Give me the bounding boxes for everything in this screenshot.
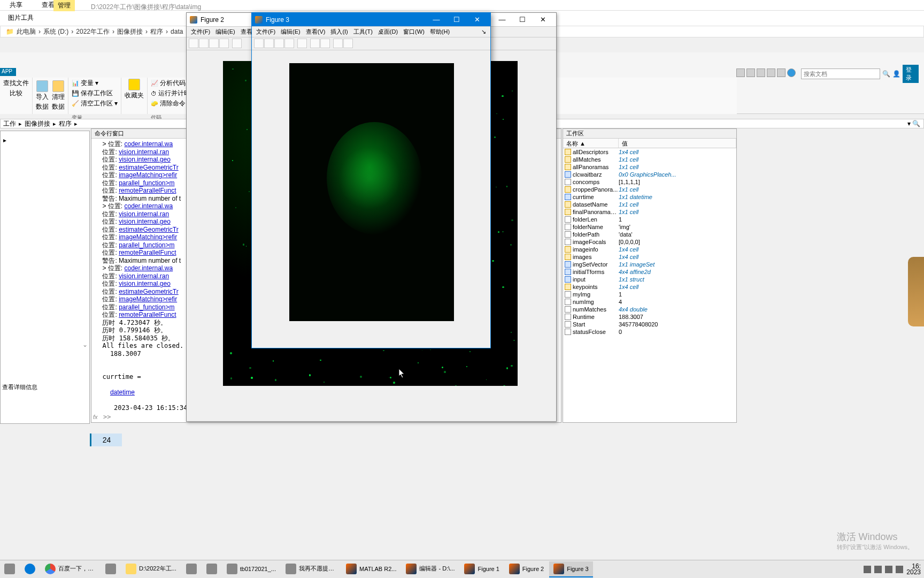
tray-icon[interactable] [874,566,882,573]
taskbar-item[interactable]: Figure 3 [549,561,592,577]
workspace-var-row[interactable]: imgSetVector1x1 imageSet [563,261,736,268]
close-button[interactable]: ✕ [467,13,487,26]
crumb-1[interactable]: 系统 (D:) [43,27,68,36]
qat-icon[interactable] [777,69,786,77]
workspace-var-row[interactable]: statusFclose0 [563,328,736,336]
figure-3-titlebar[interactable]: Figure 3 — ☐ ✕ [252,13,490,27]
minimize-button[interactable]: — [492,13,512,26]
crumb-3[interactable]: 图像拼接 [117,27,143,36]
run-time[interactable]: ⏱ 运行并计时 [151,89,190,98]
workspace-var-row[interactable]: croppedPanora...1x1 cell [563,186,736,193]
minimize-button[interactable]: — [426,13,446,26]
taskbar-item[interactable]: D:\2022年工... [121,561,181,577]
workspace-var-row[interactable]: concomps[1,1,1,1] [563,178,736,186]
col-value[interactable]: 值 [619,139,736,148]
workspace-var-row[interactable]: Runtime188.3007 [563,313,736,321]
mcrumb-0[interactable]: 工作 [3,119,16,128]
menu-edit[interactable]: 编辑(E) [213,27,237,37]
menu-window[interactable]: 窗口(W) [401,27,427,37]
matlab-tab-app[interactable]: APP [0,68,16,76]
qat-icon[interactable] [736,69,745,77]
tab-share[interactable]: 共享 [5,0,27,11]
workspace-var-row[interactable]: allDescriptors1x4 cell [563,148,736,156]
help-icon[interactable] [787,69,796,77]
tray-volume-icon[interactable] [896,566,903,573]
taskbar-item[interactable]: MATLAB R2... [342,561,401,577]
workspace-var-row[interactable]: clcwaitbarz0x0 GraphicsPlaceh... [563,171,736,178]
collapse-chevron[interactable]: ⌄ [82,341,88,348]
datatip-icon[interactable] [343,39,353,48]
clean-data-button[interactable]: 清理数据 [52,80,65,111]
crumb-5[interactable]: data [171,28,183,35]
detail-link[interactable]: 查看详细信息 [2,383,37,391]
search-path-icon[interactable]: ▾ 🔍 [907,120,920,127]
subtab-imgtools[interactable]: 图片工具 [8,13,34,22]
workspace-var-row[interactable]: keypoints1x4 cell [563,283,736,291]
clear-cmd[interactable]: 🧽 清除命令 ▾ [151,99,190,108]
clear-ws[interactable]: 🧹 清空工作区 ▾ [72,99,118,108]
taskbar-item[interactable]: Figure 1 [460,561,503,577]
workspace-var-row[interactable]: finalPanoramaTf...1x1 cell [563,208,736,216]
workspace-var-row[interactable]: folderLen1 [563,216,736,223]
taskbar-item[interactable]: tb0172021_... [222,561,280,577]
open-icon[interactable] [199,39,209,48]
login-button[interactable]: 登录 [903,65,919,83]
workspace-var-row[interactable]: numImg4 [563,298,736,306]
qat-icon[interactable] [746,69,755,77]
var-menu[interactable]: 📊 变量 ▾ [72,79,98,88]
workspace-var-row[interactable]: myImg1 [563,291,736,298]
qat-icon[interactable] [757,69,765,77]
tool-icon[interactable] [232,39,242,48]
menu-desktop[interactable]: 桌面(D) [376,27,400,37]
find-files[interactable]: 查找文件 [3,79,29,88]
taskbar-item[interactable]: 编辑器 - D:\... [402,561,459,577]
folder-tree[interactable]: ▸ [3,136,9,144]
menu-insert[interactable]: 插入(I) [328,27,350,37]
workspace-var-row[interactable]: imageFocals[0,0,0,0] [563,238,736,246]
qat-icon[interactable] [767,69,775,77]
taskbar-item[interactable] [182,561,201,577]
link-icon[interactable] [297,39,307,48]
workspace-var-row[interactable]: imageinfo1x4 cell [563,246,736,253]
crumb-2[interactable]: 2022年工作 [76,27,110,36]
workspace-var-row[interactable]: datasetName1x1 cell [563,201,736,208]
pointer-icon[interactable] [333,39,343,48]
workspace-var-row[interactable]: folderName'img' [563,223,736,231]
new-icon[interactable] [189,39,198,48]
workspace-var-row[interactable]: currtime1x1 datetime [563,193,736,201]
save-icon[interactable] [209,39,219,48]
tray-network-icon[interactable] [885,566,892,573]
maximize-button[interactable]: ☐ [512,13,533,26]
tray-clock[interactable]: 16:2023 [906,564,921,575]
menu-file[interactable]: 文件(F) [254,27,278,37]
workspace-var-row[interactable]: allPanoramas1x1 cell [563,163,736,171]
print-icon[interactable] [284,39,294,48]
taskbar-item[interactable] [202,561,221,577]
user-icon[interactable]: 👤 [892,70,900,78]
taskbar-item[interactable] [101,561,120,577]
tray-icon[interactable] [864,566,871,573]
workspace-var-row[interactable]: numMatches4x4 double [563,306,736,313]
cmd-prompt[interactable]: >> [103,413,111,421]
taskbar-item[interactable]: 我再不愿提起... [281,561,341,577]
taskbar-item[interactable] [20,561,40,577]
mcrumb-1[interactable]: 图像拼接 [25,119,50,128]
analyze-code[interactable]: 📈 分析代码 [151,79,186,88]
import-data-button[interactable]: 导入数据 [36,80,49,111]
crumb-0[interactable]: 此电脑 [17,27,36,36]
menu-tools[interactable]: 工具(T) [351,27,375,37]
compare[interactable]: 比较 [10,89,22,98]
dock-icon[interactable]: ↘ [479,27,488,36]
search-icon[interactable]: 🔍 [882,70,890,78]
mcrumb-2[interactable]: 程序 [59,119,72,128]
menu-file[interactable]: 文件(F) [189,27,212,37]
col-name[interactable]: 名称 ▲ [563,139,619,148]
open-icon[interactable] [264,39,274,48]
taskbar-item[interactable]: 百度一下，你... [41,561,100,577]
workspace-var-row[interactable]: folderPath'data' [563,231,736,238]
figure-3-axes[interactable] [289,63,454,321]
crumb-4[interactable]: 程序 [150,27,163,36]
desktop-mascot[interactable] [908,257,924,326]
favorites-button[interactable]: 收藏夹 [125,79,144,100]
menu-view[interactable]: 查看(V) [304,27,328,37]
